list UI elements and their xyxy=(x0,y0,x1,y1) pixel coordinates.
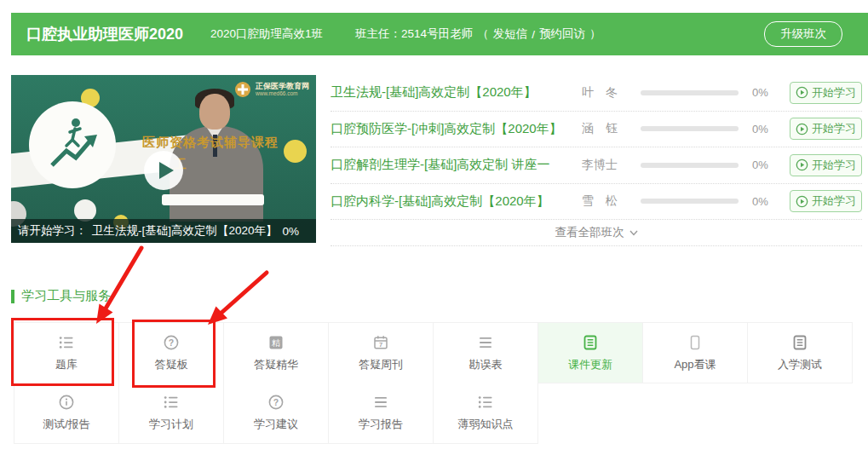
document-icon xyxy=(791,334,808,351)
progress-percent: 0% xyxy=(752,123,790,135)
course-title-link[interactable]: 卫生法规-[基础]高效定制【2020年】 xyxy=(331,84,559,101)
play-circle-icon xyxy=(796,86,808,99)
section-title-tools: 学习工具与服务 xyxy=(11,288,111,304)
tool-label: 学习报告 xyxy=(359,417,403,432)
start-learning-button[interactable]: 开始学习 xyxy=(790,154,862,176)
lines-icon xyxy=(477,334,494,351)
brand-name: 正保医学教育网 xyxy=(256,82,309,90)
svg-text:?: ? xyxy=(273,397,279,407)
board-title-text: 医师资格考试辅导课程 xyxy=(120,135,301,151)
tool-label: 课件更新 xyxy=(568,357,612,372)
presenter-head xyxy=(199,94,230,130)
upgrade-class-button[interactable]: 升级班次 xyxy=(764,21,842,47)
section-title-label: 学习工具与服务 xyxy=(21,288,111,304)
course-row: 口腔内科学-[基础]高效定制【2020年】 雪 松 0% 开始学习 xyxy=(331,184,862,221)
svg-text:?: ? xyxy=(169,337,174,347)
class-name: 2020口腔助理高效1班 xyxy=(210,26,323,42)
video-player[interactable]: 医师资格考试辅导课程 工 正保医学教育网 www.med66.com 请开始学习… xyxy=(11,75,316,243)
info-circle-icon xyxy=(58,394,75,411)
progress-percent: 0% xyxy=(752,86,790,99)
play-circle-icon xyxy=(796,158,808,171)
start-label: 开始学习 xyxy=(812,158,856,173)
tool-study-advice[interactable]: ? 学习建议 xyxy=(223,383,329,444)
course-row: 卫生法规-[基础]高效定制【2020年】 叶 冬 0% 开始学习 xyxy=(331,75,862,112)
list-icon xyxy=(477,394,494,411)
course-title-link[interactable]: 口腔预防医学-[冲刺]高效定制【2020年】 xyxy=(331,121,559,137)
teacher-name: 涵 钰 xyxy=(559,121,641,136)
progress-bar xyxy=(641,199,739,204)
tool-label: 学习计划 xyxy=(149,417,193,432)
svg-text:7: 7 xyxy=(379,341,382,349)
start-learning-button[interactable]: 开始学习 xyxy=(790,190,862,212)
tool-question-bank[interactable]: 题库 xyxy=(14,322,119,383)
tool-label: 题库 xyxy=(55,357,78,372)
question-circle-icon: ? xyxy=(267,394,285,411)
caption-course: 卫生法规-[基础]高效定制【2020年】 xyxy=(92,223,278,239)
tool-qa-board[interactable]: ? 答疑板 xyxy=(118,322,224,383)
start-label: 开始学习 xyxy=(812,193,856,209)
send-sms-link[interactable]: 发短信 xyxy=(493,26,528,42)
chevron-down-icon xyxy=(629,230,638,236)
svg-text:精: 精 xyxy=(272,338,280,348)
tool-app-learning[interactable]: App看课 xyxy=(642,322,748,383)
play-circle-icon xyxy=(796,123,808,135)
play-button[interactable] xyxy=(143,150,184,191)
phone-icon xyxy=(687,334,704,351)
view-all-classes-link[interactable]: 查看全部班次 xyxy=(331,220,862,246)
tool-weak-points[interactable]: 薄弱知识点 xyxy=(433,383,538,444)
view-all-label: 查看全部班次 xyxy=(555,225,624,240)
tool-label: 答疑周刊 xyxy=(359,357,403,372)
tool-label: 入学测试 xyxy=(778,357,822,372)
start-learning-button[interactable]: 开始学习 xyxy=(790,118,862,140)
tool-test-report[interactable]: 测试/报告 xyxy=(14,383,119,444)
section-marker xyxy=(11,290,14,303)
class-header: 口腔执业助理医师2020 2020口腔助理高效1班 班主任：2514号田老师 （… xyxy=(11,13,868,55)
tool-courseware-update[interactable]: 课件更新 xyxy=(537,322,643,383)
page-title: 口腔执业助理医师2020 xyxy=(26,24,183,44)
brand-site: www.med66.com xyxy=(256,90,309,96)
list-icon xyxy=(58,334,75,351)
boxed-character-icon: 精 xyxy=(267,334,285,351)
tool-entrance-test[interactable]: 入学测试 xyxy=(747,322,853,383)
bracket-open: （ xyxy=(477,26,489,42)
advisor-label: 班主任：2514号田老师 xyxy=(355,26,473,42)
contact-separator: / xyxy=(532,28,535,41)
red-arrow-icon xyxy=(96,248,141,324)
tool-label: 测试/报告 xyxy=(43,417,90,432)
brand-logo: 正保医学教育网 www.med66.com xyxy=(234,81,309,98)
red-arrow-icon xyxy=(208,273,267,325)
calendar-7-icon: 7 xyxy=(372,334,389,351)
course-dashboard: 口腔执业助理医师2020 2020口腔助理高效1班 班主任：2514号田老师 （… xyxy=(0,0,868,461)
tool-qa-highlights[interactable]: 精 答疑精华 xyxy=(223,322,329,383)
start-label: 开始学习 xyxy=(812,121,856,136)
growth-runner-icon xyxy=(28,101,117,193)
course-title-link[interactable]: 口腔内科学-[基础]高效定制【2020年】 xyxy=(331,193,559,210)
board-bar-decoration xyxy=(162,194,264,205)
tool-study-plan[interactable]: 学习计划 xyxy=(118,383,224,444)
tool-study-report[interactable]: 学习报告 xyxy=(328,383,434,444)
tool-qa-weekly[interactable]: 7 答疑周刊 xyxy=(328,322,434,383)
tool-label: 勘误表 xyxy=(469,357,503,372)
course-title-link[interactable]: 口腔解剖生理学-[基础]高效定制 讲座一 xyxy=(331,157,559,173)
tool-label: App看课 xyxy=(674,357,716,372)
bracket-close: ） xyxy=(589,26,601,42)
teacher-name: 叶 冬 xyxy=(559,85,641,101)
reserve-callback-link[interactable]: 预约回访 xyxy=(539,26,585,42)
course-row: 口腔预防医学-[冲刺]高效定制【2020年】 涵 钰 0% 开始学习 xyxy=(331,112,862,148)
tool-label: 答疑精华 xyxy=(254,357,298,372)
start-learning-button[interactable]: 开始学习 xyxy=(790,82,862,104)
progress-percent: 0% xyxy=(752,158,790,171)
document-icon xyxy=(582,334,599,351)
tool-label: 答疑板 xyxy=(155,357,188,372)
play-circle-icon xyxy=(796,195,808,208)
tools-grid-row1: 题库 ? 答疑板 精 答疑精华 7 答疑周刊 勘误表 课件更新 App看课 入学… xyxy=(14,322,853,383)
tools-grid-row2: 测试/报告 学习计划 ? 学习建议 学习报告 薄弱知识点 xyxy=(14,383,538,444)
caption-prefix: 请开始学习： xyxy=(18,223,87,239)
progress-bar xyxy=(641,163,739,168)
tool-label: 薄弱知识点 xyxy=(458,417,514,432)
question-circle-icon: ? xyxy=(163,334,180,351)
tool-errata[interactable]: 勘误表 xyxy=(433,322,538,383)
progress-bar xyxy=(641,126,739,131)
video-caption: 请开始学习： 卫生法规-[基础]高效定制【2020年】 0% xyxy=(11,219,316,243)
teacher-name: 雪 松 xyxy=(559,193,641,209)
